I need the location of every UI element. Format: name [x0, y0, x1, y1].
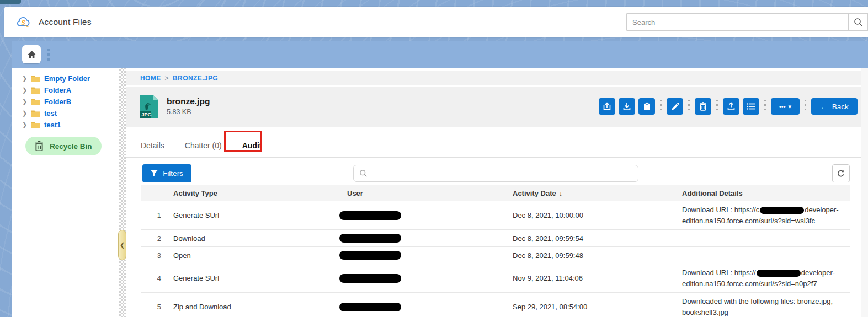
breadcrumb-home-link[interactable]: HOME [140, 74, 161, 82]
search-icon [359, 169, 368, 178]
cell-additional-details: Download URL: https://developer-edition.… [682, 267, 850, 289]
redacted-user [339, 274, 401, 283]
svg-text:S: S [22, 18, 25, 26]
open-in-window-button[interactable] [599, 98, 615, 115]
chevron-right-icon[interactable]: ❯ [22, 75, 28, 82]
cell-activity-type: Generate SUrl [173, 211, 347, 219]
cell-activity-date: Dec 8, 2021, 09:59:48 [513, 251, 682, 260]
back-label: Back [832, 103, 849, 111]
redacted-user [339, 251, 401, 260]
sidebar-folder-test1[interactable]: ❯ test1 [12, 119, 119, 131]
upload-icon [727, 102, 736, 111]
chevron-right-icon[interactable]: ❯ [22, 87, 28, 94]
row-index: 1 [141, 211, 173, 219]
global-search-button[interactable] [848, 13, 868, 31]
sidebar-folder-empty-folder[interactable]: ❯ Empty Folder [12, 73, 119, 84]
table-row: 2 Download Dec 8, 2021, 09:59:54 [141, 230, 850, 247]
cell-activity-type: Open [173, 251, 347, 260]
audit-toolbar: Filters [126, 164, 861, 182]
caret-down-icon: ▾ [789, 103, 792, 110]
table-row: 4 Generate SUrl Nov 9, 2021, 11:04:06 Do… [141, 264, 850, 293]
sidebar-folder-test[interactable]: ❯ test [12, 108, 119, 119]
row-index: 4 [141, 274, 173, 282]
folder-icon [31, 121, 40, 128]
folder-label: test1 [44, 121, 61, 129]
row-index: 3 [141, 251, 173, 260]
filter-funnel-icon [151, 170, 158, 177]
filters-button[interactable]: Filters [142, 164, 191, 182]
upload-button[interactable] [723, 98, 739, 115]
folder-label: FolderA [44, 86, 71, 94]
folder-label: Empty Folder [44, 74, 90, 83]
vertical-scrollbar[interactable] [861, 68, 868, 317]
sidebar-folder-folderb[interactable]: ❯ FolderB [12, 96, 119, 108]
cloud-s-logo-icon: S [14, 16, 32, 28]
row-index: 5 [141, 303, 173, 311]
app-header: S Account Files [4, 7, 868, 37]
home-button[interactable] [22, 45, 41, 63]
breadcrumb-separator: > [165, 74, 169, 82]
account-files-app: S Account Files ❯ [0, 0, 868, 317]
tab-chatter[interactable]: Chatter (0) [185, 141, 222, 150]
clipboard-button[interactable] [638, 98, 655, 115]
chevron-right-icon[interactable]: ❯ [22, 110, 28, 117]
breadcrumb-current-link[interactable]: BRONZE.JPG [173, 74, 218, 82]
refresh-button[interactable] [832, 164, 850, 182]
open-in-window-icon [603, 102, 611, 111]
navigation-strip [12, 41, 868, 68]
tab-details[interactable]: Details [141, 141, 164, 150]
file-size: 5.83 KB [167, 108, 191, 116]
more-actions-button[interactable]: ••• ▾ [771, 98, 800, 115]
redacted-text [760, 207, 804, 214]
clipboard-icon [643, 102, 651, 111]
chevron-right-icon[interactable]: ❯ [22, 98, 28, 105]
breadcrumb: HOME > BRONZE.JPG [126, 71, 861, 85]
recycle-bin-label: Recycle Bin [50, 142, 92, 151]
window-corner [0, 0, 21, 4]
table-row: 3 Open Dec 8, 2021, 09:59:48 [141, 247, 850, 264]
jpg-file-icon: JPG [140, 95, 158, 119]
audit-search-input[interactable] [353, 165, 638, 182]
cell-additional-details: Download URL: https://cdeveloper-edition… [682, 205, 850, 226]
sidebar-folder-foldera[interactable]: ❯ FolderA [12, 84, 119, 96]
file-actions-toolbar: ••• ▾ ← Back [599, 98, 858, 115]
file-detail-content: HOME > BRONZE.JPG JPG bronze.jpg 5.83 KB [126, 68, 861, 317]
cell-activity-date: Sep 29, 2021, 08:54:00 [513, 303, 682, 311]
folder-icon [31, 75, 40, 82]
filters-label: Filters [163, 169, 183, 178]
toolbar-separator [688, 100, 690, 113]
header-user[interactable]: User [347, 189, 513, 197]
cell-activity-type: Generate SUrl [173, 274, 347, 282]
global-search-input[interactable] [626, 13, 848, 31]
file-type-badge: JPG [142, 112, 152, 117]
row-index: 2 [141, 234, 173, 243]
download-icon [622, 102, 631, 111]
more-dots: ••• [779, 103, 786, 110]
back-arrow-icon: ← [820, 103, 828, 111]
recycle-bin-button[interactable]: Recycle Bin [25, 137, 102, 155]
audit-search [353, 165, 638, 182]
redacted-text [757, 270, 801, 277]
search-icon [854, 18, 863, 27]
redacted-user [339, 211, 401, 220]
folder-tree-sidebar: ❯ Empty Folder ❯ FolderA ❯ FolderB [12, 68, 119, 317]
list-view-button[interactable] [743, 98, 759, 115]
back-button[interactable]: ← Back [811, 98, 858, 115]
edit-button[interactable] [667, 98, 683, 115]
delete-button[interactable] [695, 98, 711, 115]
header-additional-details[interactable]: Additional Details [682, 189, 850, 197]
file-name: bronze.jpg [167, 96, 210, 106]
folder-icon [31, 98, 40, 105]
strip-kebab-menu-icon[interactable] [47, 49, 50, 61]
redacted-user [339, 234, 401, 243]
header-activity-type[interactable]: Activity Type [173, 189, 347, 197]
toolbar-separator [716, 100, 718, 113]
sidebar-splitter[interactable]: ❮ [119, 68, 126, 317]
header-activity-date[interactable]: Activity Date↓ [513, 189, 682, 197]
chevron-right-icon[interactable]: ❯ [22, 121, 28, 128]
cell-additional-details: Downloaded with the following files: bro… [682, 296, 850, 317]
toolbar-separator [764, 100, 766, 113]
download-button[interactable] [619, 98, 635, 115]
tab-audit[interactable]: Audit [242, 141, 262, 150]
sidebar-collapse-handle[interactable]: ❮ [118, 230, 126, 260]
